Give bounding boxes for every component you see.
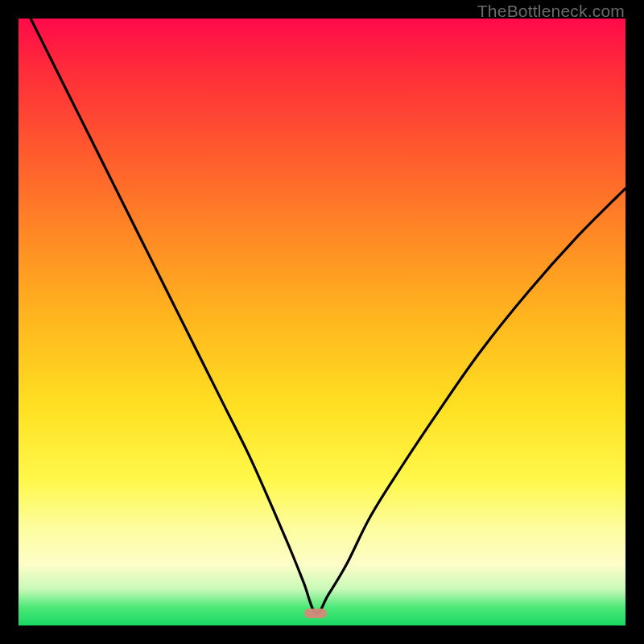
chart-frame: TheBottleneck.com bbox=[0, 0, 644, 644]
bottleneck-curve bbox=[19, 19, 625, 625]
optimal-marker bbox=[304, 609, 327, 618]
plot-area bbox=[19, 19, 625, 625]
